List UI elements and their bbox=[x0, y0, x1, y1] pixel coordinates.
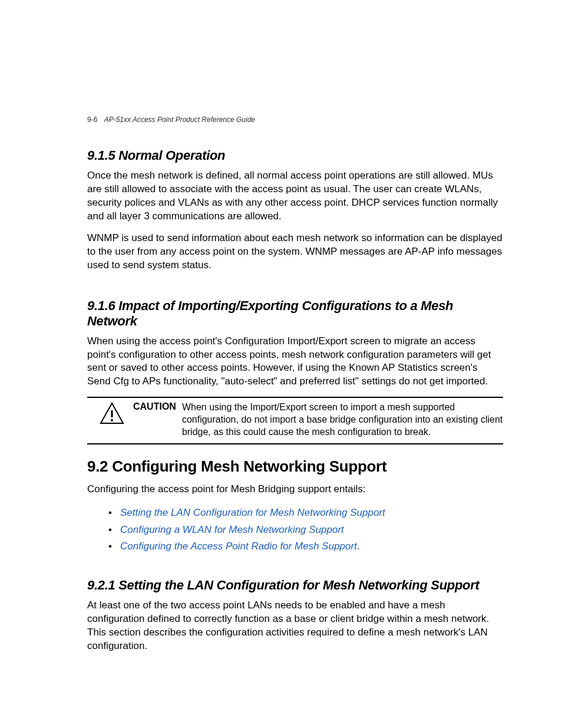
heading-921: 9.2.1 Setting the LAN Configuration for … bbox=[87, 578, 503, 593]
paragraph-921-1: At least one of the two access point LAN… bbox=[87, 599, 503, 653]
paragraph-916-1: When using the access point's Configurat… bbox=[87, 335, 503, 389]
caution-triangle-icon bbox=[87, 401, 128, 438]
caution-text: When using the Import/Export screen to i… bbox=[182, 401, 503, 438]
paragraph-915-1: Once the mesh network is defined, all no… bbox=[87, 169, 503, 223]
caution-content: CAUTION When using the Import/Export scr… bbox=[128, 401, 503, 438]
link-radio-config[interactable]: Configuring the Access Point Radio for M… bbox=[120, 541, 357, 552]
heading-92: 9.2 Configuring Mesh Networking Support bbox=[87, 457, 503, 476]
paragraph-92-intro: Configuring the access point for Mesh Br… bbox=[87, 483, 503, 496]
page-number: 9-6 bbox=[87, 116, 97, 124]
list-item: Configuring the Access Point Radio for M… bbox=[120, 538, 503, 555]
caution-label: CAUTION bbox=[133, 401, 176, 438]
list-item: Configuring a WLAN for Mesh Networking S… bbox=[120, 522, 503, 539]
page-header: 9-6 AP-51xx Access Point Product Referen… bbox=[87, 116, 255, 124]
link-lan-config[interactable]: Setting the LAN Configuration for Mesh N… bbox=[120, 507, 385, 518]
caution-box: CAUTION When using the Import/Export scr… bbox=[87, 397, 503, 444]
link-wlan-config[interactable]: Configuring a WLAN for Mesh Networking S… bbox=[120, 524, 344, 535]
page-content: 9.1.5 Normal Operation Once the mesh net… bbox=[87, 148, 503, 653]
paragraph-915-2: WNMP is used to send information about e… bbox=[87, 232, 503, 272]
link-list: Setting the LAN Configuration for Mesh N… bbox=[120, 505, 503, 556]
list-item: Setting the LAN Configuration for Mesh N… bbox=[120, 505, 503, 522]
guide-title: AP-51xx Access Point Product Reference G… bbox=[104, 116, 255, 124]
heading-916: 9.1.6 Impact of Importing/Exporting Conf… bbox=[87, 298, 503, 329]
svg-point-1 bbox=[111, 419, 113, 421]
heading-915: 9.1.5 Normal Operation bbox=[87, 148, 503, 163]
